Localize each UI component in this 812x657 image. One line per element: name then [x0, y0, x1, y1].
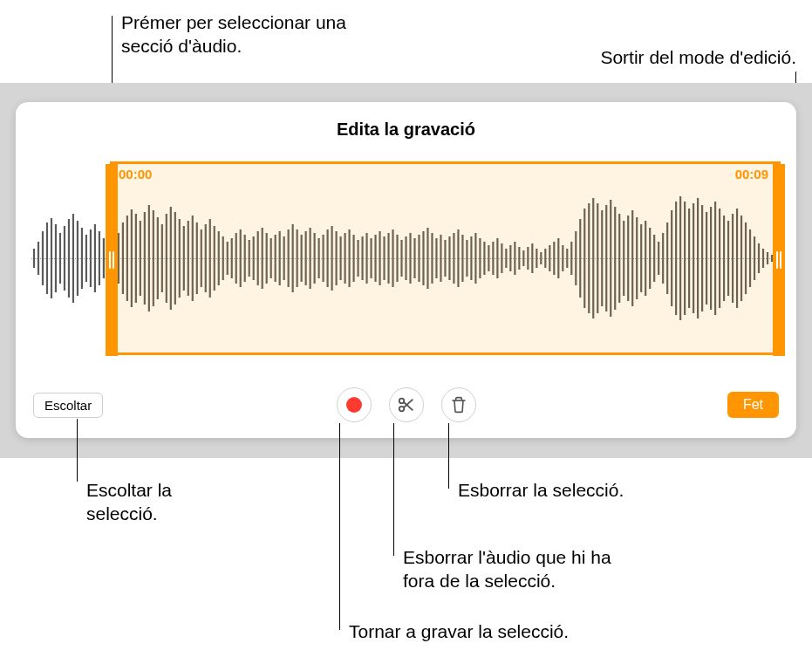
listen-button[interactable]: Escoltar: [33, 393, 103, 418]
record-icon: [346, 397, 362, 413]
time-end-label: 00:09: [735, 167, 768, 181]
callout-select-section: Prémer per seleccionar una secció d'àudi…: [121, 10, 383, 58]
selection-handle-left[interactable]: [106, 164, 118, 356]
trash-icon: [450, 395, 467, 414]
done-button[interactable]: Fet: [727, 392, 779, 418]
toolbar: Escoltar Fet: [16, 387, 796, 422]
waveform-area[interactable]: 00:00 00:09: [31, 161, 781, 355]
time-start-label: 00:00: [119, 167, 152, 181]
callout-delete: Esborrar la selecció.: [458, 478, 624, 502]
callout-trim: Esborrar l'àudio que hi ha fora de la se…: [403, 545, 647, 593]
callout-exit-mode: Sortir del mode d'edició.: [600, 45, 796, 69]
record-button[interactable]: [337, 387, 372, 422]
callout-line: [393, 423, 394, 556]
center-buttons: [337, 387, 476, 422]
trim-button[interactable]: [389, 387, 424, 422]
callout-line: [339, 423, 340, 630]
callout-rerecord: Tornar a gravar la selecció.: [349, 619, 569, 643]
panel-title: Edita la gravació: [16, 102, 796, 140]
callout-line: [77, 419, 78, 482]
scissors-icon: [397, 395, 416, 414]
delete-button[interactable]: [441, 387, 476, 422]
edit-panel: Edita la gravació 00:00 00:09 Escolta: [16, 102, 796, 438]
callout-line: [448, 423, 449, 489]
grip-icon: [776, 251, 781, 269]
grip-icon: [109, 251, 114, 269]
selection-handle-right[interactable]: [773, 164, 785, 356]
selection-frame[interactable]: [110, 161, 781, 355]
callout-listen: Escoltar la selecció.: [86, 478, 243, 526]
